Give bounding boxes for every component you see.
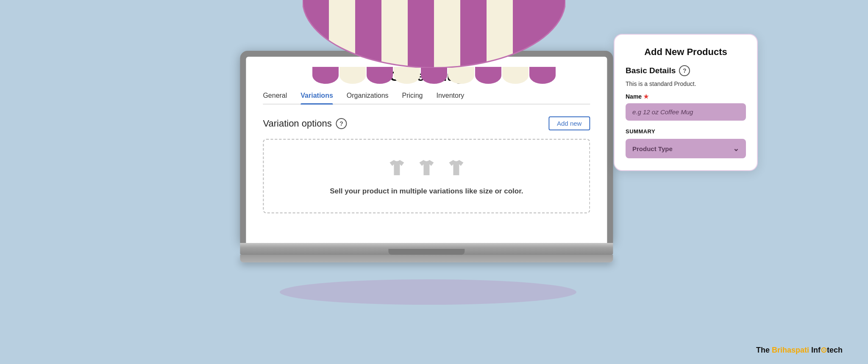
variation-options-label: Variation options: [263, 118, 331, 129]
shirt-icon-2: [415, 157, 438, 179]
svg-rect-5: [460, 0, 487, 68]
tab-variations[interactable]: Variations: [300, 92, 333, 104]
variation-description: Sell your product in multiple variations…: [330, 187, 523, 196]
panel-title: Add New Products: [626, 47, 746, 58]
svg-rect-7: [539, 0, 565, 68]
tab-pricing[interactable]: Pricing: [402, 92, 423, 104]
add-new-button[interactable]: Add new: [548, 116, 590, 130]
tab-inventory[interactable]: Inventory: [436, 92, 464, 104]
basic-details-label: Basic Details: [626, 66, 676, 75]
svg-rect-6: [513, 0, 539, 68]
variation-header: Variation options ? Add new: [263, 116, 590, 130]
chevron-down-icon: ⌄: [733, 144, 739, 153]
shirt-icon-1: [385, 157, 408, 179]
tabs-bar: General Variations Organizations Pricing…: [263, 92, 590, 105]
variation-title-row: Variation options ?: [263, 118, 347, 129]
svg-rect-3: [355, 0, 381, 68]
variation-help-icon[interactable]: ?: [336, 118, 347, 129]
brand-prefix: The: [756, 346, 772, 354]
awning: [303, 0, 565, 84]
awning-stripes: [303, 0, 565, 68]
branding: The Brihaspati Inf⊙tech: [756, 345, 843, 355]
laptop-base: [240, 243, 613, 255]
add-new-products-panel: Add New Products Basic Details ? This is…: [614, 34, 758, 171]
summary-label: SUMMARY: [626, 128, 746, 135]
product-type-dropdown[interactable]: Product Type ⌄: [626, 139, 746, 158]
awning-scallop: [303, 67, 565, 84]
required-star: ★: [643, 93, 649, 100]
variation-empty-box: Sell your product in multiple variations…: [263, 139, 590, 213]
brand-middle: Inf: [809, 346, 821, 354]
brand-name-highlight: Brihaspati: [772, 346, 809, 354]
svg-rect-2: [303, 0, 329, 68]
svg-rect-4: [408, 0, 434, 68]
laptop-foot: [240, 255, 613, 262]
shirt-icons: [385, 157, 467, 179]
product-type-label: Product Type: [632, 145, 673, 152]
tab-general[interactable]: General: [263, 92, 287, 104]
brand-o: ⊙: [821, 346, 827, 354]
laptop-screen: Coffee Mug General Variations Organizati…: [246, 57, 607, 243]
panel-help-icon[interactable]: ?: [679, 65, 690, 76]
brand-suffix: tech: [827, 346, 843, 354]
panel-subtitle: This is a standard Product.: [626, 80, 746, 87]
name-label: Name ★: [626, 93, 746, 100]
name-input[interactable]: e.g 12 oz Coffee Mug: [626, 103, 746, 121]
panel-section-title: Basic Details ?: [626, 65, 746, 76]
ellipse-decoration: [280, 279, 576, 305]
shirt-icon-3: [445, 157, 467, 179]
tab-organizations[interactable]: Organizations: [347, 92, 389, 104]
